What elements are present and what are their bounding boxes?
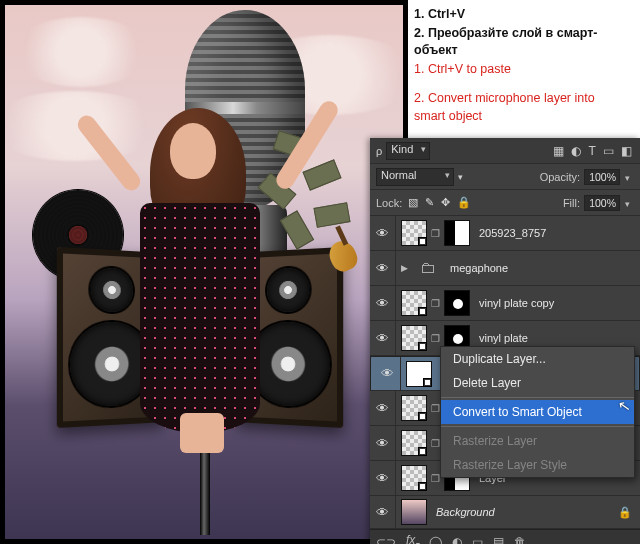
ctx-delete-layer[interactable]: Delete Layer bbox=[441, 371, 634, 395]
context-menu: Duplicate Layer... Delete Layer Convert … bbox=[440, 346, 635, 478]
blend-mode-select[interactable]: Normal bbox=[376, 168, 454, 186]
layer-row[interactable]: 👁❐vinyl plate copy bbox=[370, 286, 640, 321]
group-icon[interactable]: ▭ bbox=[472, 535, 483, 545]
lock-transparent-icon[interactable]: ▧ bbox=[408, 196, 418, 208]
layer-thumbnail[interactable] bbox=[401, 499, 427, 525]
visibility-eye-icon[interactable]: 👁 bbox=[370, 496, 396, 528]
lock-all-icon[interactable]: 🔒 bbox=[457, 196, 471, 208]
visibility-eye-icon[interactable]: 👁 bbox=[370, 216, 396, 250]
link-icon[interactable]: ❐ bbox=[431, 333, 440, 344]
folder-icon: 🗀 bbox=[415, 255, 441, 281]
link-icon[interactable]: ❐ bbox=[431, 403, 440, 414]
layer-thumbnail[interactable] bbox=[401, 290, 427, 316]
visibility-eye-icon[interactable]: 👁 bbox=[370, 391, 396, 425]
layer-name[interactable]: 205923_8757 bbox=[475, 227, 546, 239]
layer-thumbnail[interactable] bbox=[401, 395, 427, 421]
chevron-down-icon[interactable]: ▾ bbox=[458, 172, 463, 182]
adjust-filter-icon[interactable]: ◐ bbox=[571, 144, 581, 158]
lock-icons: ▧ ✎ ✥ 🔒 bbox=[406, 196, 473, 209]
layer-name[interactable]: vinyl plate bbox=[475, 332, 528, 344]
layer-thumbnail[interactable] bbox=[401, 465, 427, 491]
layer-name[interactable]: vinyl plate copy bbox=[475, 297, 554, 309]
panel-footer: ⊂⊃ fx▾ ◯ ◐ ▭ ▤ 🗑 bbox=[370, 529, 640, 544]
layer-name[interactable]: Background bbox=[432, 506, 495, 518]
visibility-eye-icon[interactable]: 👁 bbox=[375, 357, 401, 390]
link-icon[interactable]: ❐ bbox=[431, 228, 440, 239]
new-layer-icon[interactable]: ▤ bbox=[493, 535, 504, 545]
instruction-step-en: 1. Ctrl+V to paste bbox=[414, 61, 636, 78]
layer-row[interactable]: 👁▶🗀megaphone bbox=[370, 251, 640, 286]
lock-pixels-icon[interactable]: ✎ bbox=[425, 196, 434, 208]
link-icon[interactable]: ❐ bbox=[431, 438, 440, 449]
fx-icon[interactable]: fx▾ bbox=[406, 533, 419, 544]
visibility-eye-icon[interactable]: 👁 bbox=[370, 286, 396, 320]
layers-panel: ρ Kind ▦ ◐ T ▭ ◧ Normal ▾ Opacity: 100% … bbox=[370, 138, 640, 544]
pixel-filter-icon[interactable]: ▦ bbox=[553, 144, 564, 158]
blend-opacity-row: Normal ▾ Opacity: 100% bbox=[370, 164, 640, 190]
kind-select[interactable]: Kind bbox=[386, 142, 430, 160]
instruction-step-en: 2. Convert microphone layer into bbox=[414, 90, 636, 107]
instructions: 1. Ctrl+V 2. Преобразйте слой в смарт-об… bbox=[414, 6, 636, 127]
ctx-duplicate-layer[interactable]: Duplicate Layer... bbox=[441, 347, 634, 371]
visibility-eye-icon[interactable]: 👁 bbox=[370, 251, 396, 285]
adjustment-icon[interactable]: ◐ bbox=[452, 535, 462, 545]
instruction-step-en: smart object bbox=[414, 108, 636, 125]
mask-thumbnail[interactable] bbox=[444, 220, 470, 246]
ctx-convert-smart-object[interactable]: Convert to Smart Object bbox=[441, 400, 634, 424]
disclosure-triangle-icon[interactable]: ▶ bbox=[401, 263, 408, 273]
layer-row[interactable]: 👁❐205923_8757 bbox=[370, 216, 640, 251]
separator bbox=[441, 397, 634, 398]
visibility-eye-icon[interactable]: 👁 bbox=[370, 321, 396, 355]
instruction-step: 1. Ctrl+V bbox=[414, 6, 636, 23]
ctx-rasterize-style: Rasterize Layer Style bbox=[441, 453, 634, 477]
visibility-eye-icon[interactable]: 👁 bbox=[370, 426, 396, 460]
lock-label: Lock: bbox=[376, 197, 402, 209]
fill-label: Fill: bbox=[563, 197, 580, 209]
mask-icon[interactable]: ◯ bbox=[429, 535, 442, 545]
opacity-field[interactable]: 100% bbox=[584, 169, 620, 185]
lock-fill-row: Lock: ▧ ✎ ✥ 🔒 Fill: 100% bbox=[370, 190, 640, 216]
smart-filter-icon[interactable]: ◧ bbox=[621, 144, 632, 158]
link-icon[interactable]: ❐ bbox=[431, 298, 440, 309]
fill-field[interactable]: 100% bbox=[584, 195, 620, 211]
layers-filter-row: ρ Kind ▦ ◐ T ▭ ◧ bbox=[370, 138, 640, 164]
layer-name[interactable]: megaphone bbox=[446, 262, 508, 274]
layer-thumbnail[interactable] bbox=[401, 220, 427, 246]
link-icon[interactable]: ❐ bbox=[431, 473, 440, 484]
trash-icon[interactable]: 🗑 bbox=[514, 535, 526, 545]
layer-row[interactable]: 👁Background🔒 bbox=[370, 496, 640, 529]
layer-thumbnail[interactable] bbox=[401, 325, 427, 351]
shape-filter-icon[interactable]: ▭ bbox=[603, 144, 614, 158]
canvas: MXL 990 bbox=[0, 0, 408, 544]
separator bbox=[441, 426, 634, 427]
dancing-woman bbox=[100, 53, 300, 453]
link-layers-icon[interactable]: ⊂⊃ bbox=[376, 535, 396, 545]
filter-type-icons: ▦ ◐ T ▭ ◧ bbox=[551, 144, 634, 158]
ctx-rasterize-layer: Rasterize Layer bbox=[441, 429, 634, 453]
instruction-step: 2. Преобразйте слой в смарт-объект bbox=[414, 25, 636, 59]
opacity-label: Opacity: bbox=[540, 171, 580, 183]
lock-position-icon[interactable]: ✥ bbox=[441, 196, 450, 208]
visibility-eye-icon[interactable]: 👁 bbox=[370, 461, 396, 495]
layer-thumbnail[interactable] bbox=[406, 361, 432, 387]
type-filter-icon[interactable]: T bbox=[589, 144, 596, 158]
search-icon[interactable]: ρ bbox=[376, 145, 382, 157]
composite-art: MXL 990 bbox=[5, 5, 403, 539]
lock-icon: 🔒 bbox=[618, 506, 632, 519]
layer-thumbnail[interactable] bbox=[401, 430, 427, 456]
mask-thumbnail[interactable] bbox=[444, 290, 470, 316]
